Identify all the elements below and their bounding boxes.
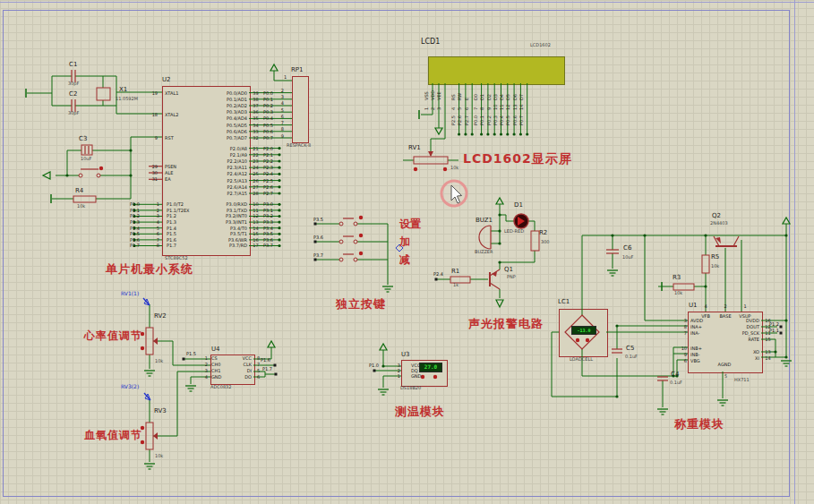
net-label: P0.3 <box>493 115 498 125</box>
pin-number: 12 <box>505 105 510 110</box>
lcd-ref: LCD1 <box>421 38 440 47</box>
pin-number: 3 <box>199 368 210 373</box>
pin-row: DO 6 <box>232 374 268 380</box>
u1-ref: U1 <box>689 303 698 310</box>
pin-name: P3.4/T0 <box>192 226 250 231</box>
pin-name: P1.0/T2 <box>167 201 184 207</box>
net-label: P3.7 <box>261 243 283 248</box>
pin-row: P0.7/AD7 32 P0.7 <box>192 134 283 141</box>
net-label: P1.7 <box>130 243 150 248</box>
pin-name: P1.6 <box>167 237 176 243</box>
pin-name: CS <box>210 355 218 361</box>
pin-number: 9 <box>486 107 492 110</box>
net-label: P1.1 <box>130 208 150 213</box>
pin-row: P1.0 1 P1.0/T2 <box>130 201 189 208</box>
pin-row: PD_SCK 11 <box>706 329 774 336</box>
r2-value: 300 <box>541 240 550 245</box>
pin-name: DO <box>232 374 254 380</box>
pin-number: 7 <box>473 107 478 110</box>
pin-name: RS <box>450 94 456 100</box>
pin-name: DOUT <box>706 324 762 329</box>
pin-number: 25 <box>250 171 261 176</box>
pin-row: 2 CH0 <box>199 362 221 368</box>
pin-row: P0.5/AD5 34 P0.5 <box>192 122 283 128</box>
pin-name: PD_SCK <box>706 330 762 336</box>
pin-number: 1 <box>393 373 400 379</box>
c2-ref: C2 <box>69 91 77 98</box>
push-button-row[interactable]: P3.6 加 <box>313 233 421 251</box>
pin-number: 7 <box>150 237 159 243</box>
pin-name: XO <box>706 349 762 355</box>
pin-row: 6 <box>277 113 284 119</box>
pin-row: P0.3/AD3 36 P0.3 <box>192 109 283 115</box>
pin-number: 9 <box>140 135 158 141</box>
lcd-pin: D1 8 P0.1 <box>484 83 491 137</box>
pin-name: E <box>464 98 469 100</box>
u2-p3-pins: P3.0/RXD 10 P3.0 P3.1/TXD 11 P3.1 P3.2/I… <box>192 201 283 249</box>
pin-number: 8 <box>479 107 484 110</box>
lcd-pin: D5 12 P0.5 <box>510 83 517 137</box>
pin-name: P0.0/AD0 <box>192 90 250 96</box>
pin-number: 5 <box>457 107 462 110</box>
pin-row: P1.7 8 P1.7 <box>130 243 189 249</box>
pin-name: XTAL2 <box>165 112 178 117</box>
pin-number: 4 <box>450 107 456 110</box>
pin-name: P2.5/A13 <box>192 178 250 184</box>
lcd-screen[interactable] <box>428 56 565 85</box>
net-label: P0.6 <box>512 115 518 125</box>
rv2-probe-label[interactable]: RV1(1) <box>121 291 139 297</box>
u3-ref: U3 <box>401 352 410 359</box>
rv3-ref: RV3 <box>154 408 167 415</box>
pin-row: P2.4/A12 25 P2.4 <box>192 171 283 177</box>
ds18b20-display[interactable]: 27.0 <box>419 363 442 372</box>
c5-ref: C5 <box>626 346 634 353</box>
caption-weigh: 称重模块 <box>674 418 724 431</box>
rp1-part: RESPACK-8 <box>287 143 311 149</box>
pin-name: P3.2/INT0 <box>192 213 250 218</box>
pin-number: 2 <box>430 107 435 110</box>
net-label-p16: P1.6 <box>261 358 270 363</box>
pin-name: EA <box>165 176 171 182</box>
rp1-chip[interactable] <box>292 76 309 143</box>
net-label: P1.2 <box>130 213 150 218</box>
pin-number: 7 <box>277 120 284 125</box>
pin-number: 9 <box>678 352 689 357</box>
lcd-ctrl-pins: RS 4 P2.5 RW 5 P2.6 E 6 P2.7 <box>456 83 476 137</box>
push-button-row[interactable]: P3.5 设置 <box>313 215 421 233</box>
c4-value: 0.1uF <box>670 380 682 386</box>
push-button-row[interactable]: P3.7 减 <box>313 251 421 269</box>
net-label: P2.7 <box>261 191 283 196</box>
net-label: P3.3 <box>261 219 283 225</box>
rv2-value: 10k <box>155 359 163 364</box>
pin-row: P2.5/A13 26 P2.5 <box>192 177 283 184</box>
pin-row: 4 GND <box>199 374 221 380</box>
rv1-ref: RV1 <box>408 145 421 152</box>
pin-number: 6 <box>254 374 268 380</box>
pin-name: VSS <box>424 91 429 100</box>
pin-row: P0.2/AD2 37 P0.2 <box>192 102 283 108</box>
pin-number: 2 <box>715 303 735 309</box>
pin-row: P2.3/A11 24 P2.3 <box>192 165 283 171</box>
pin-number: 26 <box>250 178 261 184</box>
net-label: P3.5 <box>313 217 337 222</box>
x1-ref: X1 <box>119 87 127 94</box>
pin-number: 32 <box>250 135 261 141</box>
net-label: P1.0 <box>130 201 150 207</box>
pin-number: 16 <box>250 237 261 243</box>
c2-value: 30pF <box>68 111 79 116</box>
r2-ref: R2 <box>539 230 547 237</box>
r5-value: 10k <box>711 264 719 269</box>
pin-name: P0.6/AD6 <box>192 129 250 134</box>
pin-name: INB- <box>689 352 699 357</box>
rv3-probe-label[interactable]: RV3(2) <box>121 384 139 390</box>
pin-number: 22 <box>250 152 261 158</box>
net-label: P2.6 <box>261 184 283 190</box>
pin-row: 9 INB- <box>678 351 702 357</box>
c4-ref: C4 <box>671 372 679 379</box>
net-label: P2.5 <box>450 115 456 125</box>
pin-number: 1 <box>199 355 210 361</box>
r4-ref: R4 <box>75 188 83 195</box>
u4-left-pins: 1 CS 2 CH0 3 CH1 4 GND <box>199 355 221 380</box>
loadcell-display[interactable]: -13.0 <box>571 326 596 335</box>
pin-number: 3 <box>678 318 689 323</box>
